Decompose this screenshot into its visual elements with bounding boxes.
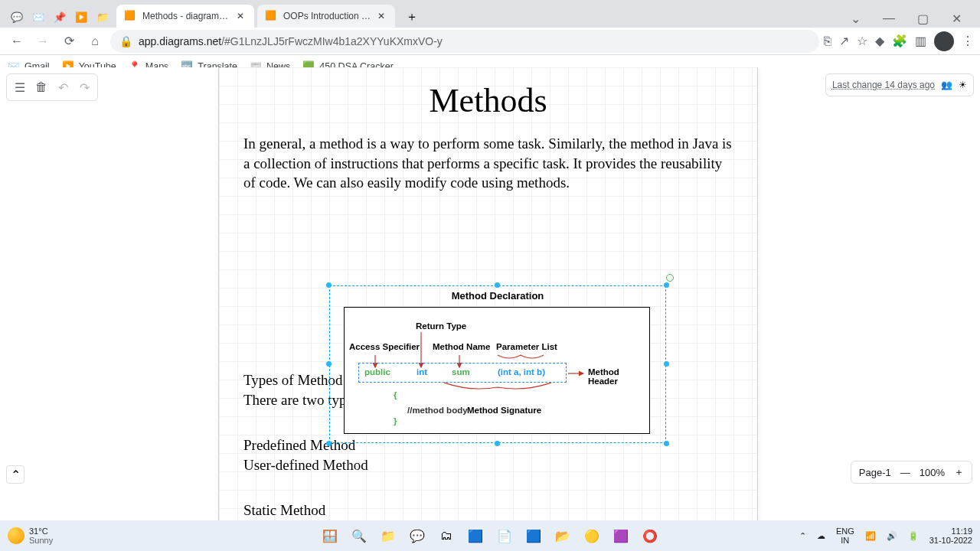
redo-icon[interactable]: ↷ [76,79,93,96]
chevron-down-icon[interactable]: ⌄ [844,9,867,28]
code-public: public [364,367,390,377]
youtube-icon[interactable]: ▶️ [71,8,91,28]
start-icon[interactable]: 🪟 [318,523,342,548]
intro-text: In general, a method is a way to perform… [243,134,733,193]
close-window-icon[interactable]: ✕ [945,9,968,28]
search-icon[interactable]: 🔍 [347,523,371,548]
teams-icon[interactable]: 💬 [405,523,430,548]
lock-icon: 🔒 [119,35,132,47]
last-change-chip[interactable]: Last change 14 days ago 👥 ☀ [825,73,974,96]
system-tray: ⌃ ☁ ENG IN 📶 🔊 🔋 11:19 31-10-2022 [799,527,972,545]
label-access-spec: Access Specifier [349,342,420,351]
window-controls: ⌄ — ▢ ✕ [844,9,974,28]
app-icon[interactable]: 🟦 [463,523,488,548]
language-indicator[interactable]: ENG IN [836,527,854,545]
method-declaration-diagram: Method Declaration Return Type Access Sp… [329,285,666,443]
code-params: (int a, int b) [498,367,545,377]
folder-icon[interactable]: 📂 [550,523,575,548]
chevron-up-icon[interactable]: ⌃ [799,531,806,541]
reload-button[interactable]: ⟳ [58,31,80,52]
sidepanel-icon[interactable]: ▥ [915,34,926,48]
undo-icon[interactable]: ↶ [54,79,71,96]
home-button[interactable]: ⌂ [84,31,106,52]
taskbar: 31°C Sunny 🪟 🔍 📁 💬 🗂 🟦 📄 🟦 📂 🟡 🟪 ⭕ ⌃ ☁ E… [0,520,980,551]
menu-icon[interactable]: ⋮ [962,34,974,48]
onedrive-icon[interactable]: ☁ [817,531,825,541]
page-name[interactable]: Page-1 [859,467,891,478]
maximize-icon[interactable]: ▢ [911,9,934,28]
weather-text: Sunny [29,536,53,545]
last-change-text: Last change 14 days ago [832,80,935,90]
url-path: /#G1LnzJLJ5rFwczMIw4b1a2XYYuKXmxVO-y [221,35,443,47]
code-int: int [416,367,427,377]
menu-icon[interactable]: ☰ [11,79,28,96]
new-tab-button[interactable]: ＋ [401,6,423,28]
minimize-icon[interactable]: — [877,9,900,28]
tab-inactive[interactable]: 🟧 OOPs Introduction - diagrams.ne ✕ [257,5,395,28]
brace-close: } [394,416,397,425]
label-method-signature: Method Signature [467,406,541,415]
tab-title: OOPs Introduction - diagrams.ne [283,11,372,21]
theme-icon[interactable]: ☀ [959,80,967,90]
volume-icon[interactable]: 🔊 [887,531,897,541]
share-icon[interactable]: 👥 [941,80,952,90]
underbrace-svg [444,383,551,393]
type-user-defined: User-defined Method [243,455,733,475]
install-icon[interactable]: ⎘ [824,34,831,48]
date: 31-10-2022 [929,536,972,545]
taskbar-apps: 🪟 🔍 📁 💬 🗂 🟦 📄 🟦 📂 🟡 🟪 ⭕ [318,523,662,548]
back-button[interactable]: ← [6,31,28,52]
drive-icon[interactable]: 📁 [93,8,113,28]
url-right-icons: ⎘ ↗ ☆ ◆ 🧩 ▥ ⋮ [824,31,974,51]
app3-icon[interactable]: ⭕ [638,523,662,548]
notepad-icon[interactable]: 📄 [492,523,517,548]
label-parameter-list: Parameter List [496,342,557,351]
task-view-icon[interactable]: 🗂 [434,523,459,548]
url-bar: ← → ⟳ ⌂ 🔒 app.diagrams.net/#G1LnzJLJ5rFw… [0,28,980,55]
tab-title: Methods - diagrams.net [142,11,231,21]
temperature: 31°C [29,527,53,536]
forward-button[interactable]: → [32,31,54,52]
explorer-icon[interactable]: 📁 [376,523,400,548]
app-toolbar: ☰ 🗑 ↶ ↷ [6,73,98,101]
diagram-title: Method Declaration [329,290,666,302]
avatar[interactable] [934,31,954,51]
clock[interactable]: 11:19 31-10-2022 [929,527,972,545]
share-icon[interactable]: ↗ [839,34,849,48]
battery-icon[interactable]: 🔋 [908,531,919,541]
puzzle-icon[interactable]: 🧩 [892,34,907,48]
extension-icon[interactable]: ◆ [875,34,884,48]
trash-icon[interactable]: 🗑 [33,79,50,96]
star-icon[interactable]: ☆ [857,34,867,48]
drawio-icon: 🟧 [265,10,277,22]
zoom-out-button[interactable]: — [900,467,910,478]
app-area: ☰ 🗑 ↶ ↷ Last change 14 days ago 👥 ☀ Meth… [0,67,980,520]
code-method-body: //method body [407,406,468,415]
selected-shape[interactable]: Method Declaration Return Type Access Sp… [329,285,666,443]
lang-primary: ENG [836,527,854,536]
rotate-handle[interactable] [666,274,674,282]
whatsapp-icon[interactable]: 💬 [7,8,27,28]
label-method-header: Method Header [588,367,649,386]
diagram-box: Return Type Access Specifier Method Name… [344,307,650,434]
lang-secondary: IN [836,536,854,545]
url-host: app.diagrams.net [139,35,221,47]
gmail-icon[interactable]: ✉️ [28,8,48,28]
label-method-name: Method Name [433,342,490,351]
address-bar[interactable]: 🔒 app.diagrams.net/#G1LnzJLJ5rFwczMIw4b1… [110,30,819,53]
type-static: Static Method [243,500,733,520]
time: 11:19 [929,527,972,536]
close-icon[interactable]: ✕ [234,10,247,22]
ide-icon[interactable]: 🟪 [609,523,633,548]
weather-widget[interactable]: 31°C Sunny [8,527,53,545]
zoom-level: 100% [920,467,945,478]
tab-active[interactable]: 🟧 Methods - diagrams.net ✕ [116,5,254,28]
zoom-in-button[interactable]: ＋ [954,465,964,479]
collapse-button[interactable]: ⌃ [6,465,24,484]
brace-open: { [394,390,397,399]
pin-icon[interactable]: 📌 [50,8,70,28]
chrome-icon[interactable]: 🟡 [580,523,604,548]
close-icon[interactable]: ✕ [375,10,387,22]
wifi-icon[interactable]: 📶 [865,531,876,541]
app2-icon[interactable]: 🟦 [521,523,546,548]
